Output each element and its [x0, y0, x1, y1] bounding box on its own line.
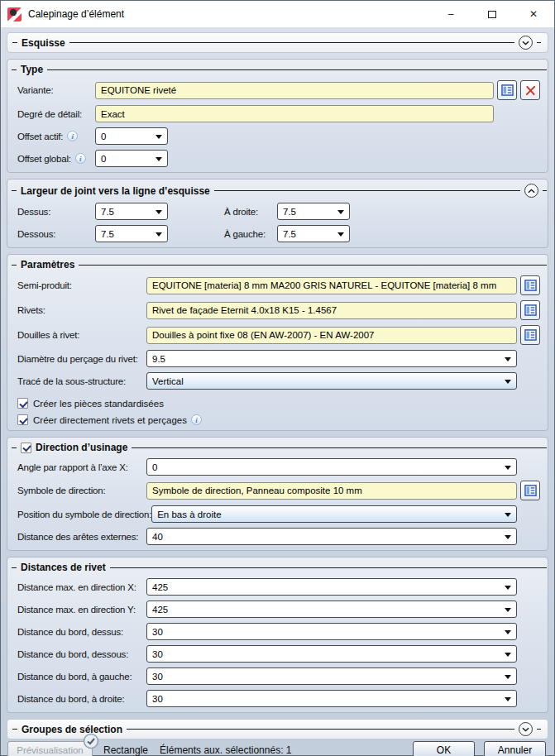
- trace-row: Tracé de la sous-structure: Vertical: [17, 372, 540, 390]
- semi-produit-catalog-button[interactable]: [520, 275, 540, 295]
- dropdown-arrow-icon: [155, 232, 162, 237]
- degre-row: Degré de détail: Exact: [17, 105, 540, 122]
- rivets-catalog-button[interactable]: [520, 300, 540, 320]
- groupes-collapse-toggle[interactable]: [519, 722, 533, 736]
- distance-label: Distance du bord, dessus:: [17, 627, 123, 637]
- dessous-combo[interactable]: 7.5: [95, 225, 168, 242]
- rivets-percages-checkbox[interactable]: [17, 414, 28, 425]
- offset-actif-label: Offset actif:: [17, 132, 63, 141]
- aretes-label: Distance des arêtes externes:: [17, 532, 138, 542]
- header-rule: [132, 447, 547, 448]
- header-rule: [69, 42, 514, 43]
- header-tick: [12, 729, 17, 730]
- distance-bord-droite-combo[interactable]: 30: [146, 690, 517, 707]
- douilles-catalog-button[interactable]: [520, 325, 540, 345]
- dropdown-arrow-icon: [505, 513, 511, 517]
- trace-combo[interactable]: Vertical: [146, 372, 517, 390]
- header-tick: [12, 447, 17, 448]
- catalog-icon: [524, 280, 537, 291]
- close-icon: ✕: [529, 8, 538, 20]
- ok-button[interactable]: OK: [413, 741, 475, 756]
- maximize-icon: [488, 11, 496, 18]
- aretes-combo[interactable]: 40: [146, 528, 517, 545]
- distance-max-y-combo[interactable]: 425: [146, 600, 517, 618]
- semi-produit-field[interactable]: EQUITONE [materia] 8 mm MA200 GRIS NATUR…: [146, 277, 517, 294]
- pieces-standardisees-checkbox[interactable]: [17, 398, 28, 409]
- angle-combo[interactable]: 0: [146, 458, 517, 476]
- semi-produit-row: Semi-produit: EQUITONE [materia] 8 mm MA…: [17, 275, 540, 295]
- degre-field[interactable]: Exact: [95, 105, 494, 122]
- diametre-value: 9.5: [152, 354, 165, 364]
- check-rivets-row: Créer directement rivets et perçages: [17, 414, 540, 425]
- douilles-field[interactable]: Douilles à point fixe 08 (EN AW-2007) - …: [146, 327, 517, 344]
- offset-global-combo[interactable]: 0: [95, 150, 168, 167]
- distance-bord-dessus-combo[interactable]: 30: [146, 623, 517, 640]
- maximize-button[interactable]: [471, 1, 513, 27]
- largeur-collapse-toggle[interactable]: [524, 184, 538, 198]
- variante-delete-button[interactable]: [520, 80, 540, 100]
- parametres-header: Paramètres: [12, 259, 547, 270]
- distance-bord-dessous-combo[interactable]: 30: [146, 645, 517, 663]
- joint-row-1: Dessus: 7.5 À droite: 7.5: [17, 203, 540, 220]
- chevron-up-icon: [528, 189, 535, 194]
- position-label: Position du symbole de direction:: [17, 510, 151, 519]
- rivets-field[interactable]: Rivet de façade Eternit 4.0x18 K15 - 1.4…: [146, 302, 517, 319]
- header-rule: [127, 729, 514, 730]
- groupes-title: Groupes de sélection: [22, 724, 122, 735]
- section-distances-rivet: Distances de rivet Distance max. en dire…: [7, 557, 548, 713]
- dessous-value: 7.5: [101, 229, 114, 239]
- info-icon[interactable]: [75, 153, 86, 164]
- pieces-standardisees-label: Créer les pièces standardisées: [33, 399, 164, 409]
- preview-check-badge-icon: [83, 733, 99, 749]
- distance-label: Distance max. en direction Y:: [17, 605, 136, 615]
- section-esquisse: Esquisse: [7, 32, 548, 53]
- diametre-row: Diamètre du perçage du rivet: 9.5: [17, 350, 540, 367]
- direction-usinage-checkbox[interactable]: [21, 443, 31, 453]
- trace-value: Vertical: [152, 376, 184, 386]
- dropdown-arrow-icon: [505, 535, 511, 539]
- douilles-row: Douilles à rivet: Douilles à point fixe …: [17, 325, 540, 345]
- dropdown-arrow-icon: [505, 697, 511, 701]
- dessous-label: Dessous:: [17, 229, 55, 239]
- degre-value: Exact: [101, 109, 125, 119]
- variante-field[interactable]: EQUITONE riveté: [95, 82, 494, 99]
- distance-row: Distance du bord, dessus: 30: [17, 623, 540, 640]
- droite-combo[interactable]: 7.5: [277, 203, 350, 220]
- chevron-down-icon: [522, 41, 529, 45]
- position-combo[interactable]: En bas à droite: [151, 505, 517, 523]
- diametre-combo[interactable]: 9.5: [146, 350, 517, 367]
- distance-bord-gauche-combo[interactable]: 30: [146, 667, 517, 685]
- offset-actif-combo[interactable]: 0: [95, 127, 168, 145]
- distances-title: Distances de rivet: [21, 562, 106, 573]
- offset-actif-value: 0: [101, 132, 106, 141]
- minimize-button[interactable]: –: [430, 1, 471, 27]
- symbole-label: Symbole de direction:: [17, 486, 105, 495]
- distance-max-x-combo[interactable]: 425: [146, 578, 517, 596]
- offset-actif-row: Offset actif: 0: [17, 127, 540, 145]
- dropdown-arrow-icon: [155, 210, 162, 214]
- gauche-combo[interactable]: 7.5: [277, 225, 350, 242]
- gauche-label: À gauche:: [224, 229, 277, 239]
- distance-value: 30: [152, 694, 163, 704]
- rivets-label: Rivets:: [17, 305, 45, 315]
- esquisse-collapse-toggle[interactable]: [519, 36, 533, 50]
- distance-value: 30: [152, 672, 163, 682]
- esquisse-title: Esquisse: [22, 37, 65, 49]
- cancel-button[interactable]: Annuler: [484, 741, 546, 756]
- section-type: Type Variante: EQUITONE riveté: [7, 59, 548, 173]
- distance-value: 30: [152, 649, 163, 659]
- degre-label: Degré de détail:: [17, 109, 82, 119]
- info-icon[interactable]: [67, 131, 78, 141]
- variante-catalog-button[interactable]: [497, 80, 517, 100]
- dessus-combo[interactable]: 7.5: [95, 203, 168, 220]
- aretes-value: 40: [152, 532, 163, 542]
- variante-label: Variante:: [17, 85, 53, 95]
- type-title: Type: [21, 64, 43, 75]
- douilles-value: Douilles à point fixe 08 (EN AW-2007) - …: [152, 330, 374, 340]
- header-tick: [12, 190, 17, 191]
- preview-button[interactable]: Prévisualisation: [7, 741, 93, 756]
- symbole-catalog-button[interactable]: [520, 481, 540, 500]
- symbole-field[interactable]: Symbole de direction, Panneau composite …: [146, 482, 517, 500]
- close-button[interactable]: ✕: [513, 1, 554, 27]
- info-icon[interactable]: [191, 414, 202, 425]
